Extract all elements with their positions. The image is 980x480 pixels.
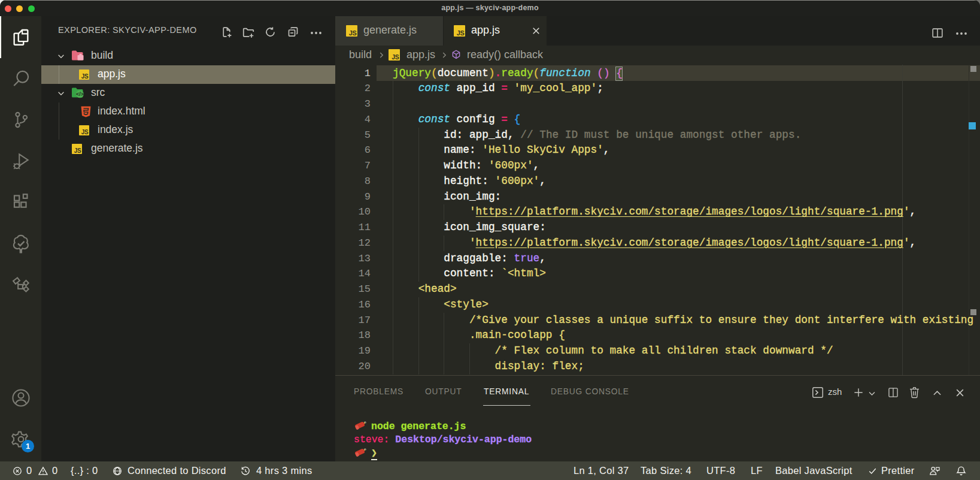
svg-text:</>: </> <box>76 91 84 97</box>
